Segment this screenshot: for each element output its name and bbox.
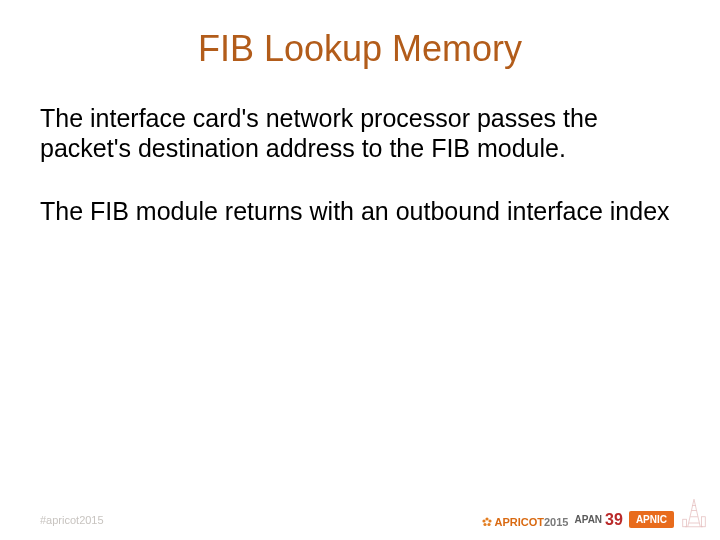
apnic-logo: APNIC bbox=[629, 511, 674, 528]
slide: FIB Lookup Memory The interface card's n… bbox=[0, 0, 720, 540]
footer-logos: APRICOT2015 APAN 39 APNIC bbox=[481, 498, 709, 528]
paragraph-2: The FIB module returns with an outbound … bbox=[40, 197, 680, 227]
slide-footer: #apricot2015 APRICOT2015 APAN 39 APNIC bbox=[0, 500, 720, 530]
apan-logo: APAN 39 bbox=[574, 512, 622, 528]
apan-label: APAN bbox=[574, 515, 602, 525]
svg-point-2 bbox=[487, 523, 490, 526]
paragraph-1: The interface card's network processor p… bbox=[40, 104, 680, 163]
tower-icon bbox=[680, 498, 708, 528]
svg-point-0 bbox=[485, 517, 488, 520]
svg-point-5 bbox=[485, 521, 487, 523]
hashtag-label: #apricot2015 bbox=[40, 514, 104, 526]
apricot-text: APRICOT2015 bbox=[495, 516, 569, 528]
svg-rect-7 bbox=[702, 517, 706, 527]
svg-point-1 bbox=[488, 519, 491, 522]
slide-title: FIB Lookup Memory bbox=[40, 28, 680, 70]
svg-point-3 bbox=[483, 523, 486, 526]
svg-point-4 bbox=[482, 519, 485, 522]
flower-icon bbox=[481, 516, 493, 528]
apricot-logo: APRICOT2015 bbox=[481, 516, 569, 528]
apan-number: 39 bbox=[605, 512, 623, 528]
svg-rect-6 bbox=[683, 519, 687, 527]
